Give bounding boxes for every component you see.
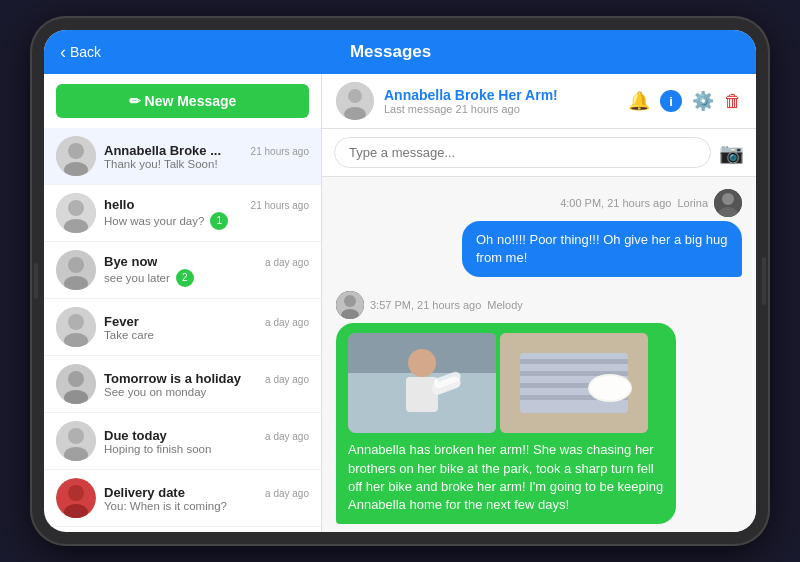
page-title: Messages: [101, 42, 680, 62]
message-input-row: 📷: [322, 129, 756, 177]
conversation-body: Due today a day ago Hoping to finish soo…: [104, 428, 309, 455]
conv-name: Fever: [104, 314, 139, 329]
chat-last-seen: Last message 21 hours ago: [384, 103, 618, 115]
camera-icon[interactable]: 📷: [719, 141, 744, 165]
conv-preview: see you later: [104, 272, 170, 284]
svg-point-1: [68, 143, 84, 159]
svg-point-13: [68, 371, 84, 387]
conv-name: Annabella Broke ...: [104, 143, 221, 158]
conv-name: Delivery date: [104, 485, 185, 500]
avatar: [56, 250, 96, 290]
conv-preview: How was your day?: [104, 215, 204, 227]
unread-badge: 2: [176, 269, 194, 287]
volume-button: [34, 263, 38, 299]
svg-point-4: [68, 200, 84, 216]
conv-time: a day ago: [265, 374, 309, 385]
main-content: ✏ New Message Annabella Broke ... 21 hou…: [44, 74, 756, 532]
avatar: [56, 307, 96, 347]
avatar: [56, 136, 96, 176]
list-item[interactable]: Tomorrow is a holiday a day ago See you …: [44, 356, 321, 413]
avatar: [56, 478, 96, 518]
list-item[interactable]: Due today a day ago Hoping to finish soo…: [44, 413, 321, 470]
chat-contact-avatar: [336, 82, 374, 120]
message-meta: 3:57 PM, 21 hours ago Melody: [336, 291, 523, 319]
conv-preview: Take care: [104, 329, 309, 341]
chat-contact-name: Annabella Broke Her Arm!: [384, 87, 618, 103]
message-sender: Lorina: [677, 197, 708, 209]
conv-preview: See you on monday: [104, 386, 309, 398]
conversation-body: Tomorrow is a holiday a day ago See you …: [104, 371, 309, 398]
home-button: [762, 257, 766, 305]
conv-preview: Hoping to finish soon: [104, 443, 309, 455]
chat-header-actions: 🔔 i ⚙️ 🗑: [628, 90, 742, 112]
svg-point-25: [722, 193, 734, 205]
chat-panel: Annabella Broke Her Arm! Last message 21…: [322, 74, 756, 532]
svg-rect-38: [520, 359, 628, 364]
screen: ‹ Back Messages ✏ New Message: [44, 30, 756, 532]
svg-point-43: [590, 376, 630, 400]
message-bubble: Annabella has broken her arm!! She was c…: [336, 323, 676, 524]
chat-header: Annabella Broke Her Arm! Last message 21…: [322, 74, 756, 129]
message-sender: Melody: [487, 299, 522, 311]
message-meta: 4:00 PM, 21 hours ago Lorina: [560, 189, 742, 217]
message-images: [348, 333, 664, 433]
top-bar: ‹ Back Messages: [44, 30, 756, 74]
info-icon[interactable]: i: [660, 90, 682, 112]
svg-point-28: [344, 295, 356, 307]
conversation-list: Annabella Broke ... 21 hours ago Thank y…: [44, 128, 321, 532]
message-time: 4:00 PM, 21 hours ago: [560, 197, 671, 209]
message-text: Annabella has broken her arm!! She was c…: [348, 441, 664, 514]
conversation-body: hello 21 hours ago How was your day? 1: [104, 197, 309, 230]
list-item[interactable]: hello 21 hours ago How was your day? 1: [44, 185, 321, 242]
message-input[interactable]: [334, 137, 711, 168]
conv-time: a day ago: [265, 257, 309, 268]
conversation-body: Bye now a day ago see you later 2: [104, 254, 309, 287]
conv-time: a day ago: [265, 431, 309, 442]
svg-point-7: [68, 257, 84, 273]
message-outgoing: 4:00 PM, 21 hours ago Lorina Oh no!!!! P…: [336, 189, 742, 277]
settings-icon[interactable]: ⚙️: [692, 90, 714, 112]
conv-name: Bye now: [104, 254, 157, 269]
sender-avatar: [714, 189, 742, 217]
conversation-body: Annabella Broke ... 21 hours ago Thank y…: [104, 143, 309, 170]
list-item[interactable]: Annabella Broke ... 21 hours ago Thank y…: [44, 128, 321, 185]
back-label: Back: [70, 44, 101, 60]
conv-preview: You: When is it coming?: [104, 500, 309, 512]
conversation-body: Delivery date a day ago You: When is it …: [104, 485, 309, 512]
conv-name: Due today: [104, 428, 167, 443]
message-image-1: [348, 333, 496, 433]
svg-point-16: [68, 428, 84, 444]
list-item[interactable]: Fever a day ago Take care: [44, 299, 321, 356]
conversation-body: Fever a day ago Take care: [104, 314, 309, 341]
message-bubble: Oh no!!!! Poor thing!!! Oh give her a bi…: [462, 221, 742, 277]
avatar: [56, 421, 96, 461]
conv-name: Tomorrow is a holiday: [104, 371, 241, 386]
avatar: [56, 193, 96, 233]
conv-name: hello: [104, 197, 134, 212]
svg-point-10: [68, 314, 84, 330]
delete-icon[interactable]: 🗑: [724, 91, 742, 112]
message-image-2: [500, 333, 648, 433]
conv-time: 21 hours ago: [251, 200, 309, 211]
unread-badge: 1: [210, 212, 228, 230]
avatar: [56, 364, 96, 404]
svg-point-22: [348, 89, 362, 103]
chat-header-info: Annabella Broke Her Arm! Last message 21…: [384, 87, 618, 115]
conv-time: 21 hours ago: [251, 146, 309, 157]
tablet: ‹ Back Messages ✏ New Message: [30, 16, 770, 546]
svg-rect-33: [406, 377, 438, 412]
svg-point-19: [68, 485, 84, 501]
conversation-list-panel: ✏ New Message Annabella Broke ... 21 hou…: [44, 74, 322, 532]
message-incoming: 3:57 PM, 21 hours ago Melody: [336, 291, 742, 524]
bell-icon[interactable]: 🔔: [628, 90, 650, 112]
list-item[interactable]: Delivery date a day ago You: When is it …: [44, 470, 321, 527]
back-button[interactable]: ‹ Back: [60, 42, 101, 63]
sender-avatar: [336, 291, 364, 319]
back-chevron-icon: ‹: [60, 42, 66, 63]
message-time: 3:57 PM, 21 hours ago: [370, 299, 481, 311]
new-message-button[interactable]: ✏ New Message: [56, 84, 309, 118]
conv-preview: Thank you! Talk Soon!: [104, 158, 309, 170]
conv-time: a day ago: [265, 317, 309, 328]
list-item[interactable]: Bye now a day ago see you later 2: [44, 242, 321, 299]
chat-messages: 4:00 PM, 21 hours ago Lorina Oh no!!!! P…: [322, 177, 756, 532]
